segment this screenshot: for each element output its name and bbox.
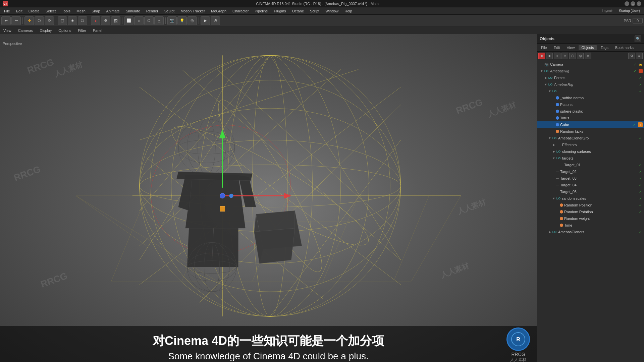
tab-file[interactable]: File bbox=[538, 45, 550, 50]
minimize-button[interactable]: – bbox=[625, 1, 629, 6]
object-tree[interactable]: 📷 Camera ✓ 🔒 ▼ LO AmebasRig ✓ bbox=[537, 60, 644, 362]
icon-btn-settings1[interactable]: ⚙ bbox=[628, 53, 635, 59]
viewport-3d[interactable]: Perspective RRCG 人人素材 RRCG 人人素材 RRCG 人人素… bbox=[0, 34, 537, 362]
tree-item-target-01[interactable]: — Target_01 ✓ bbox=[537, 162, 644, 168]
light-add[interactable]: 💡 bbox=[177, 16, 187, 25]
menu-help[interactable]: Help bbox=[342, 8, 355, 14]
view-menu[interactable]: View bbox=[1, 28, 13, 33]
filter-menu[interactable]: Filter bbox=[76, 28, 88, 33]
t05-vis[interactable]: ✓ bbox=[638, 189, 643, 194]
render-preview[interactable]: ● bbox=[91, 16, 100, 25]
menu-sculpt[interactable]: Sculpt bbox=[162, 8, 177, 14]
icon-btn-shape1[interactable]: ⬡ bbox=[569, 53, 576, 59]
tree-item-time[interactable]: Time bbox=[537, 222, 644, 229]
menu-mesh[interactable]: Mesh bbox=[74, 8, 88, 14]
tab-tags[interactable]: Tags bbox=[598, 45, 611, 50]
tree-item-target-04[interactable]: — Target_04 ✓ bbox=[537, 182, 644, 188]
tree-item-random-kicks[interactable]: Random kicks bbox=[537, 128, 644, 135]
menu-file[interactable]: File bbox=[1, 8, 13, 14]
lock-icon[interactable]: 🔒 bbox=[638, 62, 643, 67]
menu-snap[interactable]: Snap bbox=[89, 8, 103, 14]
menu-simulate[interactable]: Simulate bbox=[123, 8, 143, 14]
layout-value[interactable]: Startup (User) bbox=[616, 8, 643, 13]
menu-tools[interactable]: Tools bbox=[59, 8, 73, 14]
tree-item-target-02[interactable]: — Target_02 ✓ bbox=[537, 168, 644, 175]
tree-item-cube[interactable]: Cube ✓ T bbox=[537, 121, 644, 128]
display-menu[interactable]: Display bbox=[38, 28, 54, 33]
add-sphere[interactable]: ○ bbox=[134, 16, 144, 25]
options-menu[interactable]: Options bbox=[56, 28, 73, 33]
menu-pipeline[interactable]: Pipeline bbox=[252, 8, 270, 14]
tree-item-forces[interactable]: ▶ LO Forces ✓ bbox=[537, 74, 644, 81]
tree-item-random-rotation[interactable]: Random Rotation ✓ bbox=[537, 208, 644, 215]
render-to-picture[interactable]: 🖼 bbox=[111, 16, 120, 25]
render-settings[interactable]: ⚙ bbox=[101, 16, 110, 25]
select-rect[interactable]: ▢ bbox=[58, 16, 67, 25]
t02-vis[interactable]: ✓ bbox=[638, 169, 643, 174]
icon-btn-shape3[interactable]: ◈ bbox=[585, 53, 591, 59]
visibility-check[interactable]: ✓ bbox=[638, 82, 643, 87]
tree-item-target-05[interactable]: — Target_05 ✓ bbox=[537, 188, 644, 195]
tree-item-softbo[interactable]: _softbo normal bbox=[537, 95, 644, 101]
camera-add[interactable]: 📷 bbox=[167, 16, 177, 25]
tree-item-random-scales[interactable]: ▼ LO random scales ✓ bbox=[537, 195, 644, 202]
cloner-vis[interactable]: ✓ bbox=[638, 136, 643, 140]
rp-vis[interactable]: ✓ bbox=[638, 203, 643, 207]
tab-edit[interactable]: Edit bbox=[551, 45, 563, 50]
timeline[interactable]: ▶ bbox=[201, 16, 210, 25]
maximize-button[interactable]: □ bbox=[631, 1, 635, 6]
icon-btn-dark[interactable]: ■ bbox=[546, 53, 553, 59]
tree-item-camera[interactable]: 📷 Camera ✓ 🔒 bbox=[537, 61, 644, 68]
t03-vis[interactable]: ✓ bbox=[638, 176, 643, 181]
close-button[interactable]: × bbox=[637, 1, 641, 6]
material-add[interactable]: ◎ bbox=[187, 16, 197, 25]
menu-motion-tracker[interactable]: Motion Tracker bbox=[178, 8, 208, 14]
icon-btn-red[interactable]: ■ bbox=[538, 53, 545, 59]
tree-item-clonning-surfaces[interactable]: ▶ LO clonning surfaces bbox=[537, 148, 644, 155]
panel-menu[interactable]: Panel bbox=[91, 28, 104, 33]
add-cube[interactable]: ⬜ bbox=[124, 16, 133, 25]
tree-item-lo[interactable]: ▼ LO ✓ bbox=[537, 88, 644, 95]
tree-item-sphere-plastic[interactable]: sphere plastic bbox=[537, 108, 644, 115]
tab-objects[interactable]: Objects bbox=[579, 45, 596, 50]
t04-vis[interactable]: ✓ bbox=[638, 183, 643, 187]
menu-mograph[interactable]: MoGraph bbox=[208, 8, 229, 14]
icon-btn-settings2[interactable]: ≡ bbox=[636, 53, 643, 59]
move-tool[interactable]: ✛ bbox=[24, 16, 34, 25]
undo-button[interactable]: ↩ bbox=[1, 16, 11, 25]
tab-view[interactable]: View bbox=[564, 45, 578, 50]
rotate-tool[interactable]: ⟳ bbox=[45, 16, 54, 25]
tree-item-target-03[interactable]: — Target_03 ✓ bbox=[537, 175, 644, 182]
select-poly[interactable]: ⬠ bbox=[78, 16, 87, 25]
icon-btn-shape2[interactable]: ◎ bbox=[577, 53, 584, 59]
icon-btn-circle[interactable]: ○ bbox=[554, 53, 560, 59]
tree-item-amebasrig2[interactable]: ▼ LO AmebasRig ✓ bbox=[537, 81, 644, 88]
ac-vis[interactable]: ✓ bbox=[638, 230, 643, 234]
visibility-check[interactable]: ✓ bbox=[633, 62, 637, 67]
menu-select[interactable]: Select bbox=[43, 8, 59, 14]
tree-item-torus[interactable]: Torus bbox=[537, 115, 644, 121]
menu-script[interactable]: Script bbox=[307, 8, 322, 14]
menu-character[interactable]: Character bbox=[230, 8, 251, 14]
add-cone[interactable]: △ bbox=[154, 16, 164, 25]
menu-create[interactable]: Create bbox=[26, 8, 42, 14]
animation[interactable]: ⏱ bbox=[211, 16, 220, 25]
menu-edit[interactable]: Edit bbox=[13, 8, 25, 14]
t01-vis[interactable]: ✓ bbox=[638, 163, 643, 167]
visibility-check[interactable]: ✓ bbox=[638, 89, 643, 94]
menu-plugins[interactable]: Plugins bbox=[271, 8, 288, 14]
rr-vis[interactable]: ✓ bbox=[638, 209, 643, 214]
cameras-menu[interactable]: Cameras bbox=[16, 28, 35, 33]
visibility-check[interactable]: ✓ bbox=[638, 75, 643, 80]
menu-animate[interactable]: Animate bbox=[104, 8, 122, 14]
tab-bookmarks[interactable]: Bookmarks bbox=[612, 45, 636, 50]
menu-window[interactable]: Window bbox=[323, 8, 341, 14]
tree-item-amebas-cloner-grp[interactable]: ▼ LO AmebasClonerGrp ✓ bbox=[537, 135, 644, 141]
tree-item-targets[interactable]: ▼ LO targets bbox=[537, 155, 644, 162]
menu-octane[interactable]: Octane bbox=[289, 8, 307, 14]
panel-search-icon[interactable]: 🔍 bbox=[635, 36, 641, 42]
scale-tool[interactable]: ⬡ bbox=[35, 16, 44, 25]
visibility-check[interactable]: ✓ bbox=[633, 69, 637, 73]
redo-button[interactable]: ↪ bbox=[11, 16, 21, 25]
tree-item-amebasrig[interactable]: ▼ LO AmebasRig ✓ bbox=[537, 68, 644, 74]
